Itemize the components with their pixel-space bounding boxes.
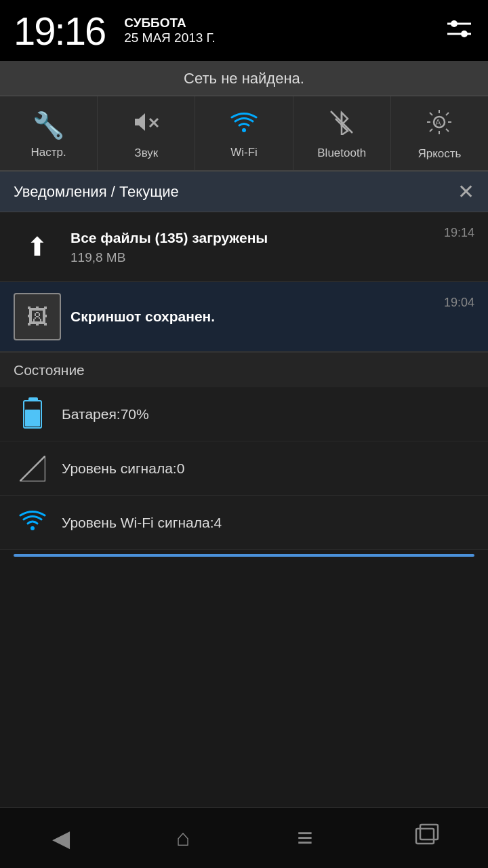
status-wifi-signal: Уровень Wi-Fi сигнала:4 (0, 496, 488, 550)
recents-button[interactable] (400, 818, 454, 859)
svg-rect-23 (420, 825, 438, 840)
qs-settings-label: Настр. (31, 146, 66, 159)
scroll-indicator (0, 550, 488, 558)
notification-main-text-files: Все файлы (135) загружены (70, 229, 434, 247)
signal-text: Уровень сигнала:0 (62, 460, 184, 477)
wifi-icon (230, 110, 258, 140)
svg-line-17 (446, 129, 449, 132)
svg-line-16 (430, 113, 432, 115)
signal-icon-wrap (14, 456, 51, 481)
upload-icon-wrap: ⬆ (14, 223, 61, 271)
notifications-close-button[interactable]: ✕ (458, 180, 474, 203)
notification-main-text-screenshot: Скриншот сохранен. (70, 307, 434, 326)
svg-point-6 (242, 128, 246, 132)
status-section-header: Состояние (0, 352, 488, 387)
svg-marker-20 (20, 456, 45, 481)
back-button[interactable]: ◀ (34, 818, 88, 859)
network-banner: Сеть не найдена. (0, 61, 488, 96)
notifications-header: Уведомления / Текущие ✕ (0, 172, 488, 212)
wifi-signal-icon (19, 509, 46, 536)
battery-text: Батарея:70% (62, 406, 149, 422)
qs-wifi-label: Wi-Fi (230, 146, 258, 159)
battery-icon-wrap (14, 400, 51, 429)
qs-bluetooth-label: Bluetooth (317, 146, 366, 160)
settings-icon-status[interactable] (444, 17, 474, 44)
svg-point-1 (451, 20, 458, 27)
network-status-text: Сеть не найдена. (184, 70, 304, 87)
notification-sub-text-files: 119,8 MB (70, 250, 434, 265)
notifications-title: Уведомления / Текущие (14, 183, 458, 201)
screenshot-icon-wrap: 🖼 (14, 293, 61, 340)
clock: 19:16 (14, 8, 105, 54)
qs-brightness-label: Яркость (418, 147, 461, 161)
sliders-icon (444, 17, 474, 44)
wifi-signal-text: Уровень Wi-Fi сигнала:4 (62, 515, 222, 531)
notification-content-screenshot: Скриншот сохранен. (61, 307, 444, 326)
svg-point-3 (461, 31, 468, 37)
wifi-signal-icon-wrap (14, 509, 51, 536)
notification-files-upload[interactable]: ⬆ Все файлы (135) загружены 119,8 MB 19:… (0, 212, 488, 282)
notification-time-files: 19:14 (444, 226, 474, 240)
recents-icon (415, 823, 439, 853)
upload-icon: ⬆ (26, 232, 48, 262)
scroll-bar (14, 554, 474, 557)
home-icon: ⌂ (176, 825, 190, 851)
qs-settings[interactable]: 🔧 Настр. (0, 96, 98, 170)
image-icon: 🖼 (26, 304, 48, 330)
status-battery: Батарея:70% (0, 387, 488, 441)
screenshot-thumbnail: 🖼 (14, 293, 61, 340)
sound-off-icon (134, 109, 159, 141)
status-bar: 19:16 СУББОТА 25 МАЯ 2013 Г. (0, 0, 488, 61)
date-info: СУББОТА 25 МАЯ 2013 Г. (124, 16, 216, 45)
svg-line-19 (430, 129, 432, 132)
qs-sound-label: Звук (134, 146, 158, 160)
quick-settings: 🔧 Настр. Звук Wi-Fi (0, 96, 488, 172)
qs-sound[interactable]: Звук (98, 96, 195, 170)
status-section-title: Состояние (14, 362, 85, 378)
battery-icon (23, 400, 42, 429)
home-button[interactable]: ⌂ (156, 818, 210, 859)
bluetooth-off-icon (329, 109, 354, 141)
brightness-icon: A (426, 108, 453, 142)
menu-icon: ≡ (297, 823, 312, 853)
qs-wifi[interactable]: Wi-Fi (195, 96, 293, 170)
menu-button[interactable]: ≡ (278, 818, 332, 859)
wrench-icon: 🔧 (33, 111, 64, 140)
qs-bluetooth[interactable]: Bluetooth (293, 96, 391, 170)
date-text: 25 МАЯ 2013 Г. (124, 31, 216, 45)
svg-rect-22 (416, 829, 434, 844)
signal-bars-icon (20, 456, 45, 481)
navigation-bar: ◀ ⌂ ≡ (0, 807, 488, 868)
back-icon: ◀ (52, 825, 70, 852)
day-name: СУББОТА (124, 16, 216, 31)
notification-time-screenshot: 19:04 (444, 296, 474, 310)
status-signal: Уровень сигнала:0 (0, 441, 488, 496)
svg-line-18 (446, 113, 449, 115)
svg-point-21 (30, 526, 35, 530)
notification-screenshot[interactable]: 🖼 Скриншот сохранен. 19:04 (0, 282, 488, 352)
svg-text:A: A (435, 117, 441, 127)
notification-content-files: Все файлы (135) загружены 119,8 MB (61, 229, 444, 264)
qs-brightness[interactable]: A Яркость (391, 96, 488, 170)
